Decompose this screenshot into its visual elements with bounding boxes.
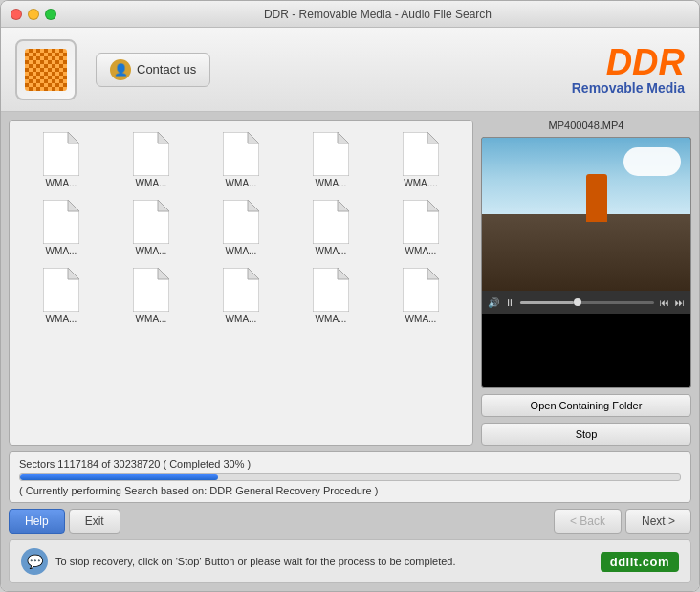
next-frame-icon[interactable]: ⏭ <box>675 297 685 308</box>
maximize-button[interactable] <box>45 9 56 20</box>
svg-marker-7 <box>338 132 349 143</box>
file-item[interactable]: WMA... <box>287 128 375 192</box>
file-item[interactable]: WMA... <box>377 264 465 328</box>
file-icon <box>403 268 439 312</box>
next-button[interactable]: Next > <box>625 509 691 534</box>
svg-marker-29 <box>427 268 439 279</box>
file-item[interactable]: WMA... <box>377 196 465 260</box>
file-item[interactable]: WMA.... <box>377 128 465 192</box>
file-grid-panel: WMA... WMA... WMA... <box>9 120 473 446</box>
file-label: WMA... <box>302 314 360 324</box>
file-label: WMA... <box>302 178 360 188</box>
stop-button[interactable]: Stop <box>481 423 691 446</box>
window-title: DDR - Removable Media - Audio File Searc… <box>66 8 689 21</box>
file-label: WMA... <box>212 314 270 324</box>
file-icon <box>223 200 259 244</box>
file-icon <box>133 268 169 312</box>
preview-panel: MP400048.MP4 🔊 ⏸ <box>481 120 691 446</box>
preview-filename: MP400048.MP4 <box>481 120 691 131</box>
file-icon <box>223 132 259 176</box>
file-item[interactable]: WMA... <box>17 264 105 328</box>
file-icon <box>223 268 259 312</box>
svg-marker-9 <box>427 132 439 143</box>
info-icon: 💬 <box>21 548 48 575</box>
file-icon <box>313 132 349 176</box>
file-item[interactable]: WMA... <box>17 196 105 260</box>
file-label: WMA... <box>302 246 360 256</box>
progress-area: Sectors 1117184 of 30238720 ( Completed … <box>9 451 691 503</box>
help-button[interactable]: Help <box>9 509 65 534</box>
file-icon <box>43 200 79 244</box>
file-label: WMA... <box>212 246 270 256</box>
svg-marker-27 <box>338 268 349 279</box>
svg-marker-17 <box>338 200 349 211</box>
file-icon <box>43 268 79 312</box>
preview-image-container: 🔊 ⏸ ⏮ ⏭ <box>481 137 691 388</box>
file-label: WMA... <box>33 246 90 256</box>
header: 👤 Contact us DDR Removable Media <box>1 28 699 112</box>
minimize-button[interactable] <box>28 9 39 20</box>
file-item[interactable]: WMA... <box>197 196 285 260</box>
file-item[interactable]: WMA... <box>287 196 375 260</box>
contact-button[interactable]: 👤 Contact us <box>96 53 210 87</box>
file-grid: WMA... WMA... WMA... <box>17 128 465 328</box>
file-item[interactable]: WMA... <box>287 264 375 328</box>
info-bar: 💬 To stop recovery, click on 'Stop' Butt… <box>9 539 691 583</box>
brand-subtitle: Removable Media <box>572 80 685 96</box>
svg-marker-1 <box>68 132 79 143</box>
file-item[interactable]: WMA... <box>107 196 195 260</box>
file-icon <box>313 200 349 244</box>
prev-frame-icon[interactable]: ⏮ <box>660 297 669 308</box>
svg-marker-15 <box>248 200 259 211</box>
progress-status-text: ( Currently performing Search based on: … <box>19 485 681 496</box>
bottom-bar: Help Exit < Back Next > <box>9 509 691 534</box>
main-window: DDR - Removable Media - Audio File Searc… <box>0 0 700 592</box>
info-message: To stop recovery, click on 'Stop' Button… <box>55 556 593 567</box>
file-label: WMA... <box>33 314 90 324</box>
file-item[interactable]: WMA... <box>107 128 195 192</box>
slider-fill <box>520 301 574 304</box>
svg-marker-23 <box>158 268 169 279</box>
file-icon <box>133 132 169 176</box>
svg-marker-21 <box>68 268 79 279</box>
file-label: WMA... <box>33 178 90 188</box>
svg-marker-13 <box>158 200 169 211</box>
progress-bar-fill <box>20 474 218 480</box>
titlebar: DDR - Removable Media - Audio File Searc… <box>1 1 699 28</box>
clouds-layer <box>623 147 681 176</box>
preview-image <box>482 138 690 291</box>
progress-slider[interactable] <box>520 301 654 304</box>
file-item[interactable]: WMA... <box>17 128 105 192</box>
file-label: WMA... <box>392 314 449 324</box>
content-row: WMA... WMA... WMA... <box>9 120 691 446</box>
ddiit-badge: ddiit.com <box>601 552 679 572</box>
svg-marker-5 <box>248 132 259 143</box>
file-icon <box>403 200 439 244</box>
brand-area: DDR Removable Media <box>572 44 685 96</box>
svg-marker-25 <box>248 268 259 279</box>
play-pause-icon[interactable]: ⏸ <box>505 297 514 308</box>
file-label: WMA... <box>392 246 449 256</box>
video-controls: 🔊 ⏸ ⏮ ⏭ <box>482 291 690 314</box>
ground-layer <box>482 214 690 291</box>
progress-bar-container <box>19 473 681 481</box>
file-icon <box>43 132 79 176</box>
svg-marker-3 <box>158 132 169 143</box>
file-icon <box>403 132 439 176</box>
slider-dot <box>574 298 581 306</box>
back-button[interactable]: < Back <box>554 509 622 534</box>
contact-icon: 👤 <box>110 59 131 80</box>
file-label: WMA.... <box>392 178 449 188</box>
window-controls <box>11 9 56 20</box>
exit-button[interactable]: Exit <box>69 509 120 534</box>
app-logo <box>15 39 77 100</box>
file-item[interactable]: WMA... <box>197 264 285 328</box>
main-content: WMA... WMA... WMA... <box>1 112 699 591</box>
file-item[interactable]: WMA... <box>197 128 285 192</box>
file-item[interactable]: WMA... <box>107 264 195 328</box>
close-button[interactable] <box>11 9 22 20</box>
volume-icon[interactable]: 🔊 <box>488 297 499 308</box>
open-folder-button[interactable]: Open Containing Folder <box>481 394 691 417</box>
file-label: WMA... <box>122 314 180 324</box>
person-figure <box>586 174 607 222</box>
